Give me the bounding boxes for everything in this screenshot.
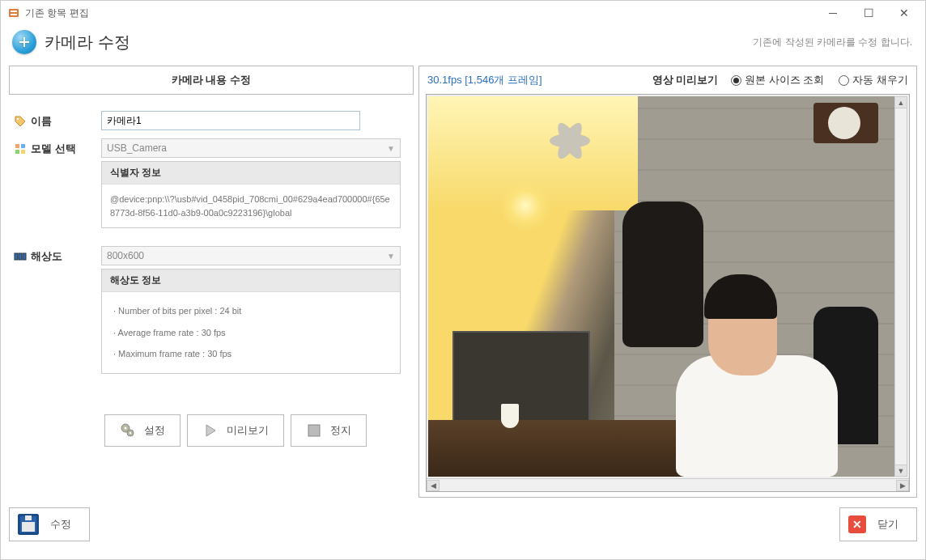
close-button[interactable]: ✕ 닫기 bbox=[839, 507, 917, 541]
svg-rect-7 bbox=[21, 150, 25, 154]
window-title: 기존 항목 편집 bbox=[25, 6, 815, 20]
close-window-button[interactable]: ✕ bbox=[886, 2, 922, 24]
identifier-info: 식별자 정보 @device:pnp:\\?\usb#vid_0458pid_7… bbox=[101, 161, 401, 228]
svg-rect-10 bbox=[23, 253, 26, 260]
page-title: 카메라 수정 bbox=[45, 32, 745, 53]
bits-per-pixel: · Number of bits per pixel : 24 bit bbox=[110, 300, 392, 322]
resolution-info-body: · Number of bits per pixel : 24 bit · Av… bbox=[102, 292, 400, 373]
identifier-header: 식별자 정보 bbox=[102, 162, 400, 185]
tag-icon bbox=[14, 115, 27, 128]
window-controls: ─ ☐ ✕ bbox=[815, 2, 922, 24]
content-area: 카메라 내용 수정 이름 모델 선택 USB_Camera bbox=[1, 64, 925, 501]
action-row: 설정 미리보기 정지 bbox=[9, 414, 414, 447]
model-label: 모델 선택 bbox=[14, 138, 95, 156]
stop-button[interactable]: 정지 bbox=[291, 414, 367, 447]
radio-auto-fill[interactable]: 자동 채우기 bbox=[839, 73, 908, 87]
model-row: 모델 선택 USB_Camera ▼ 식별자 정보 @device:pnp:\\… bbox=[9, 138, 414, 228]
app-icon bbox=[7, 6, 20, 19]
preview-panel: 30.1fps [1,546개 프레임] 영상 미리보기 원본 사이즈 조회 자… bbox=[418, 66, 917, 498]
svg-rect-4 bbox=[15, 144, 19, 148]
preview-title: 영상 미리보기 bbox=[652, 73, 719, 87]
resolution-info-header: 해상도 정보 bbox=[102, 269, 400, 292]
form-panel: 카메라 내용 수정 이름 모델 선택 USB_Camera bbox=[9, 66, 414, 498]
resolution-info: 해상도 정보 · Number of bits per pixel : 24 b… bbox=[101, 269, 401, 374]
maximize-button[interactable]: ☐ bbox=[851, 2, 886, 24]
preview-frame: ▲▼ ◀▶ bbox=[426, 94, 910, 492]
svg-rect-2 bbox=[11, 14, 17, 15]
resolution-label: 해상도 bbox=[14, 246, 95, 264]
resolution-icon bbox=[14, 250, 27, 263]
chevron-down-icon: ▼ bbox=[387, 252, 395, 261]
minimize-button[interactable]: ─ bbox=[815, 2, 851, 24]
svg-rect-15 bbox=[308, 425, 320, 436]
vertical-scrollbar[interactable]: ▲▼ bbox=[894, 96, 907, 477]
preview-button[interactable]: 미리보기 bbox=[187, 414, 284, 447]
camera-feed bbox=[428, 96, 894, 477]
close-icon: ✕ bbox=[848, 515, 866, 533]
save-button[interactable]: 수정 bbox=[9, 507, 90, 541]
identifier-body: @device:pnp:\\?\usb#vid_0458pid_708cmi_0… bbox=[102, 185, 400, 227]
page-subtitle: 기존에 작성된 카메라를 수정 합니다. bbox=[753, 36, 912, 49]
resolution-row: 해상도 800x600 ▼ 해상도 정보 · Number of bits pe… bbox=[9, 246, 414, 374]
name-input[interactable] bbox=[101, 111, 360, 130]
module-icon bbox=[14, 142, 27, 155]
play-icon bbox=[202, 422, 219, 439]
name-row: 이름 bbox=[9, 111, 414, 130]
max-frame-rate: · Maximum frame rate : 30 fps bbox=[110, 343, 392, 365]
titlebar: 기존 항목 편집 ─ ☐ ✕ bbox=[1, 1, 925, 25]
stop-icon bbox=[306, 422, 322, 439]
svg-point-12 bbox=[125, 426, 127, 429]
svg-point-14 bbox=[130, 431, 131, 433]
svg-rect-5 bbox=[21, 144, 25, 148]
svg-rect-9 bbox=[19, 253, 22, 260]
save-icon bbox=[18, 514, 39, 535]
preview-bar: 30.1fps [1,546개 프레임] 영상 미리보기 원본 사이즈 조회 자… bbox=[426, 71, 910, 94]
svg-rect-1 bbox=[11, 11, 17, 12]
radio-original-size[interactable]: 원본 사이즈 조회 bbox=[731, 73, 824, 87]
settings-button[interactable]: 설정 bbox=[104, 414, 181, 447]
avg-frame-rate: · Average frame rate : 30 fps bbox=[110, 322, 392, 344]
resolution-select[interactable]: 800x600 ▼ bbox=[101, 246, 401, 265]
preview-stats: 30.1fps [1,546개 프레임] bbox=[427, 73, 648, 87]
model-select[interactable]: USB_Camera ▼ bbox=[101, 138, 401, 158]
gear-icon bbox=[120, 422, 136, 439]
chevron-down-icon: ▼ bbox=[387, 144, 395, 153]
form-panel-header: 카메라 내용 수정 bbox=[9, 66, 414, 95]
svg-rect-8 bbox=[15, 253, 18, 260]
footer: 수정 ✕ 닫기 bbox=[1, 501, 925, 548]
svg-rect-6 bbox=[15, 150, 19, 154]
page-header: 카메라 수정 기존에 작성된 카메라를 수정 합니다. bbox=[1, 25, 925, 64]
view-mode-radio-group: 원본 사이즈 조회 자동 채우기 bbox=[731, 73, 908, 87]
svg-rect-0 bbox=[9, 9, 19, 17]
plus-icon bbox=[12, 30, 36, 54]
name-label: 이름 bbox=[14, 111, 95, 129]
svg-point-3 bbox=[17, 118, 19, 120]
horizontal-scrollbar[interactable]: ◀▶ bbox=[427, 478, 909, 491]
